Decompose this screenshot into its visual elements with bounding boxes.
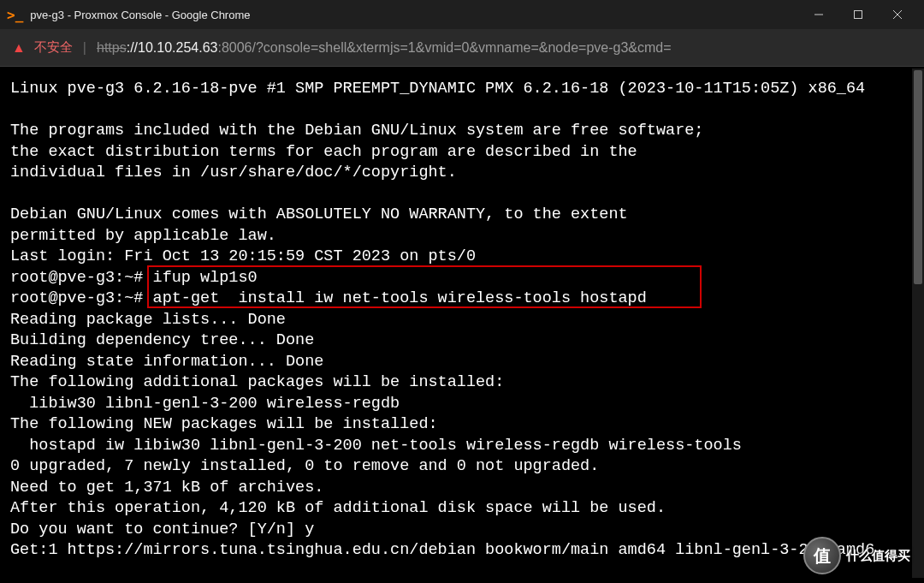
url-host: ://10.10.254.63 bbox=[127, 40, 218, 55]
minimize-icon bbox=[814, 9, 824, 20]
url-path: :8006/?console=shell&xtermjs=1&vmid=0&vm… bbox=[217, 40, 671, 55]
separator: | bbox=[83, 40, 86, 56]
maximize-button[interactable] bbox=[838, 0, 878, 29]
window-titlebar: >_ pve-g3 - Proxmox Console - Google Chr… bbox=[0, 0, 924, 29]
watermark-badge: 值 什么值得买 bbox=[803, 537, 910, 574]
svg-rect-1 bbox=[855, 11, 862, 19]
terminal-output[interactable]: Linux pve-g3 6.2.16-18-pve #1 SMP PREEMP… bbox=[0, 67, 924, 583]
window-title: pve-g3 - Proxmox Console - Google Chrome bbox=[30, 9, 799, 21]
close-button[interactable] bbox=[878, 0, 917, 29]
watermark-badge-text: 什么值得买 bbox=[846, 548, 910, 564]
address-bar[interactable]: ▲ 不安全 | https://10.10.254.63:8006/?conso… bbox=[0, 29, 924, 67]
scrollbar-thumb[interactable] bbox=[914, 70, 922, 284]
url-protocol: https bbox=[97, 40, 127, 55]
minimize-button[interactable] bbox=[799, 0, 838, 29]
security-warning-text: 不安全 bbox=[34, 39, 73, 56]
watermark-badge-icon: 值 bbox=[803, 537, 841, 574]
scrollbar-track[interactable] bbox=[912, 68, 924, 578]
app-icon: >_ bbox=[7, 7, 23, 23]
maximize-icon bbox=[853, 9, 863, 20]
close-icon bbox=[892, 9, 903, 20]
warning-icon: ▲ bbox=[12, 40, 26, 56]
url-display: https://10.10.254.63:8006/?console=shell… bbox=[97, 40, 672, 56]
window-controls bbox=[799, 0, 917, 29]
